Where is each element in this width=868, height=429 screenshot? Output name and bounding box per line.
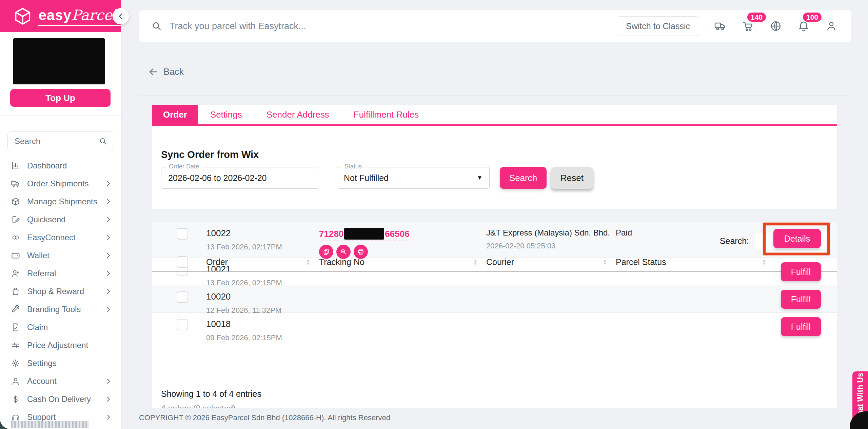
sidebar-item-manage-shipments[interactable]: Manage Shipments bbox=[0, 192, 121, 210]
header-divider bbox=[139, 95, 851, 96]
arrow-left-icon bbox=[148, 66, 159, 77]
cart-badge: 140 bbox=[747, 13, 766, 22]
account-person-icon[interactable] bbox=[825, 20, 837, 32]
column-header-tracking-no: Tracking No bbox=[319, 257, 364, 267]
switch-to-classic-button[interactable]: Switch to Classic bbox=[617, 16, 699, 36]
sidebar-item-order-shipments[interactable]: Order Shipments bbox=[0, 175, 121, 192]
tab-fulfillment-rules[interactable]: Fulfillment Rules bbox=[341, 105, 431, 124]
sort-icon[interactable]: ▲▼ bbox=[762, 259, 766, 265]
table-header-row: Order ▲▼ Tracking No ▲▼ Courier ▲▼ Parce… bbox=[152, 252, 837, 272]
order-date: 09 Feb 2026, 02:15PM bbox=[206, 333, 319, 342]
status-select[interactable]: Status Not Fulfilled ▼ bbox=[337, 167, 490, 189]
fulfill-button[interactable]: Fulfill bbox=[781, 317, 821, 336]
sync-section-title: Sync Order from Wix bbox=[161, 149, 259, 160]
select-all-checkbox[interactable] bbox=[177, 256, 188, 268]
sidebar-item-quicksend[interactable]: Quicksend bbox=[0, 210, 121, 228]
orders-table-card: Search: Order ▲▼ Tracking No ▲▼ Courier … bbox=[152, 222, 837, 408]
sidebar-item-label: Claim bbox=[27, 323, 48, 332]
sidebar-item-referral[interactable]: Referral bbox=[0, 264, 121, 282]
sidebar-item-label: Price Adjustment bbox=[27, 341, 88, 350]
search-icon bbox=[151, 21, 162, 32]
sidebar-item-label: Order Shipments bbox=[27, 179, 88, 188]
shipment-truck-icon[interactable] bbox=[714, 20, 726, 32]
tab-order[interactable]: Order bbox=[152, 105, 198, 124]
copyright-text: COPYRIGHT © 2026 EasyParcel Sdn Bhd (102… bbox=[139, 413, 390, 422]
sidebar-item-shop-reward[interactable]: Shop & Reward bbox=[0, 282, 121, 300]
sidebar-item-branding-tools[interactable]: Branding Tools bbox=[0, 300, 121, 318]
row-checkbox[interactable] bbox=[177, 319, 188, 330]
notification-badge: 100 bbox=[803, 13, 822, 22]
sort-icon[interactable]: ▲▼ bbox=[473, 259, 477, 265]
sidebar-item-label: Referral bbox=[27, 269, 56, 278]
notification-bell-icon[interactable]: 100 bbox=[797, 20, 810, 32]
sidebar-collapse-button[interactable] bbox=[113, 8, 129, 24]
sidebar-item-price-adjustment[interactable]: Price Adjustment bbox=[0, 336, 121, 354]
sidebar-item-label: Support bbox=[27, 412, 56, 422]
fulfill-button[interactable]: Fulfill bbox=[781, 290, 821, 309]
sync-search-button[interactable]: Search bbox=[500, 167, 547, 189]
quicksend-icon bbox=[11, 215, 20, 224]
redacted-balance-block bbox=[13, 38, 105, 84]
order-number: 10018 bbox=[206, 319, 319, 329]
back-link[interactable]: Back bbox=[148, 66, 184, 77]
sidebar-item-account[interactable]: Account bbox=[0, 372, 121, 390]
truck-icon bbox=[11, 179, 20, 188]
bag-icon bbox=[11, 287, 20, 296]
chevron-right-icon bbox=[105, 180, 112, 187]
fulfill-button[interactable]: Fulfill bbox=[781, 262, 821, 281]
sidebar-item-claim[interactable]: Claim bbox=[0, 318, 121, 336]
chevron-right-icon bbox=[105, 216, 112, 223]
sidebar-item-cash-on-delivery[interactable]: Cash On Delivery bbox=[0, 390, 121, 408]
order-number: 10020 bbox=[206, 291, 319, 302]
table-search-row: Search: bbox=[152, 233, 837, 249]
sidebar-item-dashboard[interactable]: Dashboard bbox=[0, 157, 121, 175]
table-row: 10020 12 Feb 2026, 11:32PM Fulfill bbox=[152, 285, 837, 313]
person-plus-icon bbox=[11, 269, 20, 278]
sidebar-item-wallet[interactable]: Wallet bbox=[0, 246, 121, 264]
sort-icon[interactable]: ▲▼ bbox=[306, 259, 310, 265]
chevron-right-icon bbox=[105, 288, 112, 295]
person-icon bbox=[11, 376, 20, 386]
order-date-field[interactable]: Order Date bbox=[161, 167, 319, 189]
sort-icon[interactable]: ▲▼ bbox=[603, 259, 607, 265]
sidebar-item-label: Wallet bbox=[27, 251, 50, 260]
sidebar-item-label: Shop & Reward bbox=[27, 287, 84, 296]
sidebar-item-label: Settings bbox=[27, 359, 57, 368]
dollar-icon bbox=[11, 394, 20, 404]
track-parcel-search-input[interactable] bbox=[170, 21, 617, 32]
top-header-bar: Switch to Classic 140 100 bbox=[139, 10, 851, 42]
sidebar-menu: Dashboard Order Shipments Manage Shipmen… bbox=[0, 157, 121, 426]
sidebar-item-settings[interactable]: Settings bbox=[0, 354, 121, 372]
selection-note: 4 orders (0 selected) bbox=[161, 404, 236, 408]
wallet-icon bbox=[11, 251, 20, 260]
chevron-right-icon bbox=[105, 306, 112, 313]
tab-settings[interactable]: Settings bbox=[198, 105, 254, 124]
chevron-right-icon bbox=[105, 378, 112, 385]
chevron-right-icon bbox=[105, 234, 112, 241]
brand-logo[interactable]: easy Parcel ® bbox=[0, 0, 121, 32]
tab-bar: Order Settings Sender Address Fulfillmen… bbox=[152, 105, 837, 126]
logo-text-easy: easy bbox=[38, 7, 71, 23]
status-label: Status bbox=[342, 163, 364, 170]
order-settings-card: Order Settings Sender Address Fulfillmen… bbox=[152, 105, 837, 209]
sidebar-item-label: Branding Tools bbox=[27, 305, 81, 314]
sidebar-item-easyconnect[interactable]: EasyConnect bbox=[0, 228, 121, 246]
globe-icon[interactable] bbox=[770, 20, 782, 32]
row-checkbox[interactable] bbox=[177, 291, 188, 303]
sidebar-item-label: Account bbox=[27, 376, 57, 386]
chevron-right-icon bbox=[105, 414, 112, 421]
tab-sender-address[interactable]: Sender Address bbox=[254, 105, 341, 124]
cart-icon[interactable]: 140 bbox=[742, 20, 754, 32]
top-up-button[interactable]: Top Up bbox=[10, 89, 111, 107]
table-row: 10018 09 Feb 2026, 02:15PM Fulfill bbox=[152, 313, 837, 340]
chevron-right-icon bbox=[105, 396, 112, 403]
details-button[interactable]: Details bbox=[773, 229, 821, 248]
chevron-right-icon bbox=[105, 252, 112, 259]
sidebar: easy Parcel ® Top Up Dashboard Order Shi… bbox=[0, 0, 121, 429]
sync-reset-button[interactable]: Reset bbox=[551, 167, 593, 189]
sidebar-item-label: Manage Shipments bbox=[27, 197, 97, 206]
status-selected-value: Not Fulfilled bbox=[344, 173, 389, 183]
sidebar-search-input[interactable] bbox=[15, 137, 99, 146]
order-date-input[interactable] bbox=[168, 173, 312, 183]
parcel-cube-icon bbox=[13, 6, 32, 26]
